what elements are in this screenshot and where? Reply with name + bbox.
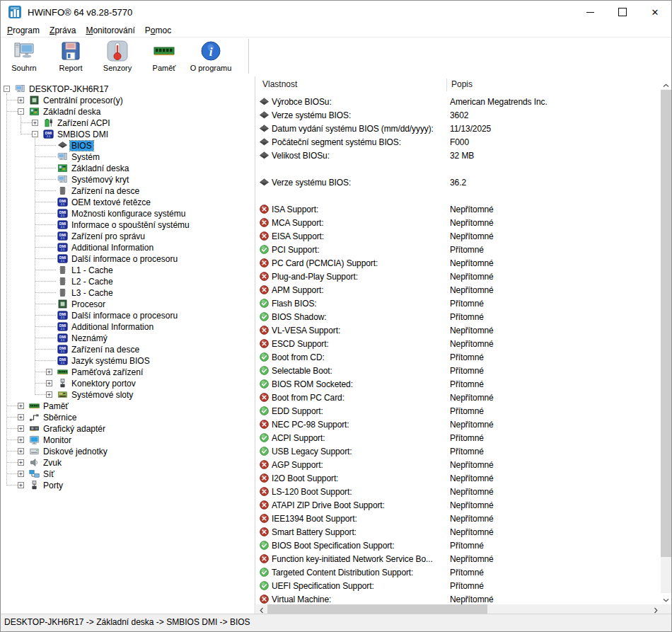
tree-item-z-kladn-deska[interactable]: Základní deska	[1, 163, 255, 174]
property-row-verze-syst-mu-bios[interactable]: Verze systému BIOS:3602	[256, 108, 661, 122]
expand-toggle[interactable]: +	[18, 403, 24, 409]
property-row-mca-support[interactable]: MCA Support:Nepřítomné	[256, 216, 661, 229]
tree-item-syst-mov-sloty[interactable]: +Systémové sloty	[1, 389, 255, 401]
tree-item-procesor[interactable]: Procesor	[1, 299, 255, 310]
tree-item-z-kladn-deska[interactable]: -Základní deska	[1, 106, 255, 117]
tree-item-monitor[interactable]: +Monitor	[1, 435, 255, 446]
menu-zpr-va[interactable]: Zpráva	[45, 24, 81, 37]
toolbar-button-pam[interactable]: Paměť	[141, 40, 187, 72]
tree-item-jazyk-syst-mu-bios[interactable]: DMI2.1Jazyk systému BIOS	[1, 355, 255, 367]
collapse-toggle[interactable]: -	[32, 131, 38, 137]
tree-item-pam-ov-za-zen[interactable]: +Paměťová zařízení	[1, 367, 255, 378]
expand-toggle[interactable]: +	[18, 437, 24, 443]
tree-item-syst-m[interactable]: Systém	[1, 151, 255, 163]
tree-item-za-zen-na-desce[interactable]: Zařízení na desce	[1, 185, 255, 197]
property-row-isa-support[interactable]: ISA Support:Nepřítomné	[256, 202, 661, 216]
tree-item-porty[interactable]: +Porty	[1, 480, 255, 491]
tree-item-l2-cache[interactable]: L2 - Cache	[1, 276, 255, 287]
expand-toggle[interactable]: +	[18, 414, 24, 420]
property-row-pc-card-pcmcia-support[interactable]: PC Card (PCMCIA) Support:Nepřítomné	[256, 256, 661, 270]
tree-item-s[interactable]: +Síť	[1, 469, 255, 480]
tree-item-smbios-dmi[interactable]: -DMI2.1SMBIOS DMI	[1, 129, 255, 140]
expand-toggle[interactable]: +	[46, 391, 52, 398]
vertical-scroll-thumb[interactable]	[661, 90, 671, 557]
property-row-i2o-boot-support[interactable]: I2O Boot Support:Nepřítomné	[256, 471, 661, 485]
tree-item-sb-rnice[interactable]: +Sběrnice	[1, 412, 255, 423]
expand-toggle[interactable]: +	[32, 120, 38, 126]
property-row-iee1394-boot-support[interactable]: IEE1394 Boot Support:Nepřítomné	[256, 512, 661, 525]
tree-item-dal-informace-o-procesoru[interactable]: DMI2.1Další informace o procesoru	[1, 253, 255, 265]
tree-item-bios[interactable]: BIOS	[1, 140, 255, 151]
column-header-vlastnost[interactable]: Vlastnost	[262, 79, 297, 89]
property-row-edd-support[interactable]: EDD Support:Přítomné	[256, 404, 661, 418]
property-row-datum-vyd-n-syst-mu-bios-mm-dd-yyyy[interactable]: Datum vydání systému BIOS (mm/dd/yyyy):1…	[256, 122, 661, 135]
property-row-velikost-biosu[interactable]: Velikost BIOSu:32 MB	[256, 149, 661, 162]
tree-item-l3-cache[interactable]: L3 - Cache	[1, 287, 255, 299]
expand-toggle[interactable]: +	[46, 380, 52, 386]
expand-toggle[interactable]: +	[18, 448, 24, 454]
expand-toggle[interactable]: +	[46, 369, 52, 375]
property-row-eisa-support[interactable]: EISA Support:Nepřítomné	[256, 229, 661, 243]
collapse-toggle[interactable]: -	[18, 108, 24, 115]
property-row-smart-battery-support[interactable]: Smart Battery Support:Nepřítomné	[256, 525, 661, 539]
property-row-boot-from-pc-card[interactable]: Boot from PC Card:Nepřítomné	[256, 391, 661, 404]
toolbar-button-report[interactable]: Report	[47, 40, 94, 72]
tree-item-za-zen-pro-spr-vu[interactable]: DMI2.1Zařízení pro správu	[1, 231, 255, 242]
property-row-uefi-specification-support[interactable]: UEFI Specification Support:Přítomné	[256, 579, 661, 592]
property-row-apm-support[interactable]: APM Support:Nepřítomné	[256, 283, 661, 297]
property-row-boot-from-cd[interactable]: Boot from CD:Přítomné	[256, 350, 661, 364]
tree-item-diskov-jednotky[interactable]: +Diskové jednotky	[1, 446, 255, 457]
toolbar-button-souhrn[interactable]: Souhrn	[1, 40, 47, 72]
tree-item-l1-cache[interactable]: L1 - Cache	[1, 265, 255, 276]
tree-item-za-zen-na-desce[interactable]: DMI2.1Zařízení na desce	[1, 344, 255, 355]
property-row-nec-pc-98-support[interactable]: NEC PC-98 Support:Nepřítomné	[256, 418, 661, 431]
property-row-agp-support[interactable]: AGP Support:Nepřítomné	[256, 458, 661, 471]
column-header-popis[interactable]: Popis	[451, 79, 473, 89]
property-row-bios-shadow[interactable]: BIOS Shadow:Přítomné	[256, 310, 661, 323]
scroll-down-button[interactable]	[661, 593, 671, 604]
property-row-virtual-machine[interactable]: Virtual Machine:Nepřítomné	[256, 592, 661, 604]
property-row-selectable-boot[interactable]: Selectable Boot:Přítomné	[256, 364, 661, 377]
expand-toggle[interactable]: +	[18, 425, 24, 432]
close-button[interactable]: ✕	[639, 1, 671, 23]
property-row-v-robce-biosu[interactable]: Výrobce BIOSu:American Megatrends Inc.	[256, 95, 661, 108]
property-row-function-key-initiated-network-service-bo[interactable]: Function key-initiated Network Service B…	[256, 552, 661, 565]
tree-item-za-zen-acpi[interactable]: +Zařízení ACPI	[1, 117, 255, 129]
menu-monitorov-n[interactable]: Monitorování	[81, 24, 139, 37]
property-row-plug-and-play-support[interactable]: Plug-and-Play Support:Nepřítomné	[256, 270, 661, 283]
tree-item-dal-informace-o-procesoru[interactable]: DMI2.1Další informace o procesoru	[1, 310, 255, 321]
property-row-bios-rom-socketed[interactable]: BIOS ROM Socketed:Přítomné	[256, 377, 661, 391]
tree-item-oem-textov-et-zce[interactable]: DMI2.1OEM textové řetězce	[1, 197, 255, 208]
property-row-acpi-support[interactable]: ACPI Support:Přítomné	[256, 431, 661, 444]
tree-item-grafick-adapt-r[interactable]: +Grafický adaptér	[1, 423, 255, 435]
toolbar-button-o-programu[interactable]: iO programu	[187, 40, 234, 72]
expand-toggle[interactable]: +	[18, 482, 24, 488]
property-row-po-te-n-segment-syst-mu-bios[interactable]: Počáteční segment systému BIOS:F000	[256, 135, 661, 149]
minimize-button[interactable]	[574, 1, 606, 23]
scroll-up-button[interactable]	[661, 79, 671, 89]
tree-item-pam[interactable]: +Paměť	[1, 401, 255, 412]
expand-toggle[interactable]: +	[18, 97, 24, 103]
tree-item-desktop-jkh6r17[interactable]: -DESKTOP-JKH6R17	[1, 84, 255, 95]
menu-pomoc[interactable]: Pomoc	[140, 24, 176, 37]
expand-toggle[interactable]: +	[18, 459, 24, 466]
property-row-vl-vesa-support[interactable]: VL-VESA Support:Nepřítomné	[256, 323, 661, 337]
property-row-usb-legacy-support[interactable]: USB Legacy Support:Přítomné	[256, 444, 661, 458]
property-row-atapi-zip-drive-boot-support[interactable]: ATAPI ZIP Drive Boot Support:Nepřítomné	[256, 498, 661, 512]
tree-item-centr-ln-procesor-y[interactable]: +Centrální procesor(y)	[1, 95, 255, 106]
maximize-button[interactable]	[606, 1, 639, 23]
property-row-pci-support[interactable]: PCI Support:Přítomné	[256, 243, 661, 256]
expand-toggle[interactable]: +	[18, 471, 24, 477]
column-divider[interactable]	[446, 79, 447, 91]
tree-item-informace-o-spou-t-n-syst-mu[interactable]: DMI2.1Informace o spouštění systému	[1, 219, 255, 231]
tree-item-syst-mov-kryt[interactable]: Systémový kryt	[1, 174, 255, 185]
tree-item-additional-information[interactable]: DMI2.1Additional Information	[1, 321, 255, 333]
toolbar-button-senzory[interactable]: Senzory	[94, 40, 141, 72]
vertical-scrollbar[interactable]	[661, 79, 671, 604]
property-row-verze-syst-mu-bios[interactable]: Verze systému BIOS:36.2	[256, 176, 661, 189]
tree-item-additional-information[interactable]: DMI2.1Additional Information	[1, 242, 255, 253]
menu-program[interactable]: Program	[2, 24, 45, 37]
tree-item-konektory-portov[interactable]: +Konektory portov	[1, 378, 255, 389]
property-row-escd-support[interactable]: ESCD Support:Nepřítomné	[256, 337, 661, 350]
tree-item-nezn-m[interactable]: DMI2.1Neznámý	[1, 333, 255, 344]
